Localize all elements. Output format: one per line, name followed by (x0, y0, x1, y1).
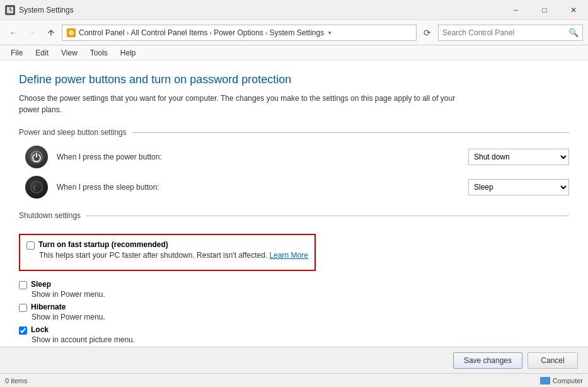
sleep-checkbox-label: Sleep (31, 280, 51, 289)
hibernate-checkbox-label: Hibernate (31, 303, 66, 311)
shutdown-section-label: Shutdown settings (19, 211, 81, 220)
learn-more-link[interactable]: Learn More (270, 251, 308, 260)
svg-point-2 (69, 30, 74, 35)
menu-edit[interactable]: Edit (30, 47, 54, 59)
menu-view[interactable]: View (55, 47, 83, 59)
hibernate-checkbox-section: Hibernate Show in Power menu. (19, 303, 569, 321)
close-button[interactable]: ✕ (559, 0, 588, 20)
path-all-items: All Control Panel Items (130, 28, 207, 37)
maximize-button[interactable]: □ (530, 0, 559, 20)
fast-startup-box: Turn on fast startup (recommended) This … (19, 234, 316, 271)
fast-startup-checkbox[interactable] (26, 241, 35, 250)
sleep-checkbox-row: Sleep (19, 280, 569, 289)
lock-checkbox-section: Lock Show in account picture menu. (19, 325, 569, 344)
sleep-button-icon (25, 176, 48, 199)
search-input[interactable] (442, 28, 566, 37)
fast-startup-label: Turn on fast startup (recommended) (38, 240, 168, 249)
svg-point-4 (31, 182, 42, 193)
sleep-checkbox-section: Sleep Show in Power menu. (19, 280, 569, 299)
menu-tools[interactable]: Tools (84, 47, 113, 59)
section-divider (132, 132, 569, 133)
sleep-button-label: When I press the sleep button: (57, 183, 459, 192)
computer-icon (540, 377, 550, 384)
sleep-button-row: When I press the sleep button: Sleep Hib… (25, 176, 569, 199)
lock-checkbox-label: Lock (31, 325, 49, 334)
lock-checkbox-row: Lock (19, 325, 569, 335)
shutdown-section-header: Shutdown settings (19, 211, 569, 220)
minimize-button[interactable]: − (501, 0, 530, 20)
sleep-button-dropdown[interactable]: Sleep Hibernate Turn off the display Do … (468, 179, 569, 195)
up-button[interactable] (43, 25, 59, 41)
page-description: Choose the power settings that you want … (19, 93, 460, 115)
status-bar: 0 items Computer (0, 373, 588, 387)
hibernate-checkbox[interactable] (19, 304, 27, 312)
fast-startup-row: Turn on fast startup (recommended) (26, 240, 308, 250)
hibernate-checkbox-row: Hibernate (19, 303, 569, 312)
lock-checkbox[interactable] (19, 326, 27, 335)
window-title: System Settings (19, 6, 74, 14)
power-button-label: When I press the power button: (57, 153, 459, 161)
main-content: Define power buttons and turn on passwor… (0, 61, 588, 347)
fast-startup-desc: This helps start your PC faster after sh… (39, 251, 308, 260)
refresh-button[interactable]: ⟳ (419, 25, 435, 41)
page-title: Define power buttons and turn on passwor… (19, 73, 569, 86)
items-count: 0 items (5, 377, 27, 384)
power-button-row: When I press the power button: Shut down… (25, 146, 569, 168)
shutdown-section-divider (86, 216, 569, 216)
status-right: Computer (540, 377, 583, 384)
search-box: 🔍 (438, 25, 583, 41)
forward-button[interactable]: → (24, 25, 40, 41)
save-changes-button[interactable]: Save changes (453, 352, 522, 369)
power-sleep-section-header: Power and sleep button settings (19, 128, 569, 137)
title-controls: − □ ✕ (501, 0, 588, 20)
menu-help[interactable]: Help (115, 47, 142, 59)
sleep-checkbox-desc: Show in Power menu. (32, 290, 569, 299)
computer-label: Computer (553, 377, 583, 384)
cancel-button[interactable]: Cancel (527, 352, 578, 369)
app-icon (5, 5, 15, 15)
address-bar: ← → Control Panel › All Control Panel It… (0, 20, 588, 45)
sleep-checkbox[interactable] (19, 281, 27, 289)
power-button-icon (25, 146, 48, 168)
back-button[interactable]: ← (5, 25, 21, 41)
menu-bar: File Edit View Tools Help (0, 45, 588, 61)
search-icon-button[interactable]: 🔍 (568, 28, 579, 37)
bottom-bar: Save changes Cancel (0, 347, 588, 373)
power-sleep-section-label: Power and sleep button settings (19, 128, 127, 137)
path-control-panel: Control Panel (79, 28, 125, 37)
menu-file[interactable]: File (5, 47, 28, 59)
address-path[interactable]: Control Panel › All Control Panel Items … (62, 25, 417, 41)
power-button-dropdown[interactable]: Shut down Sleep Hibernate Turn off the d… (468, 149, 569, 165)
title-bar-left: System Settings (5, 5, 74, 15)
hibernate-checkbox-desc: Show in Power menu. (32, 313, 569, 321)
path-dropdown-button[interactable]: ▾ (324, 25, 335, 41)
lock-checkbox-desc: Show in account picture menu. (32, 335, 569, 344)
path-system-settings: System Settings (270, 28, 325, 37)
path-power-options: Power Options (214, 28, 263, 37)
title-bar: System Settings − □ ✕ (0, 0, 588, 20)
shutdown-settings-section: Shutdown settings Turn on fast startup (… (19, 211, 569, 344)
